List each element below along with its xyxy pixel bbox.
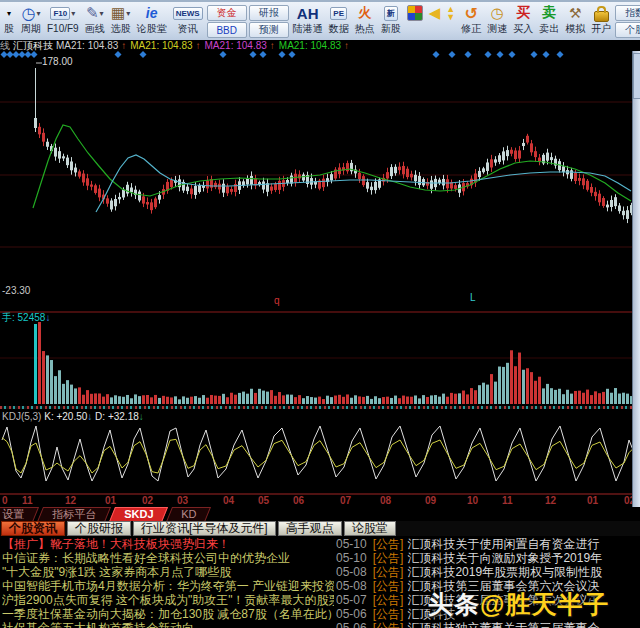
kline-chart[interactable] [0, 51, 640, 507]
candle-body [550, 157, 553, 160]
toolbar-button-热点[interactable]: 火热点 [352, 2, 378, 41]
toolbar-button-个股[interactable]: 个股 [615, 22, 640, 38]
volume-bar [74, 388, 77, 404]
candle-body [274, 184, 277, 190]
main-toolbar: ▾股◷▾周期F10▾F10/F9✎▾画线▦▾选股ie论股堂NEWS资讯资金BBD… [0, 0, 640, 43]
news-item[interactable]: 中国智能手机市场4月数据分析：华为终夺第一 产业链迎来投资机遇 [2, 579, 334, 593]
news-item[interactable]: 社保基金等五大机构首季持仓新动向 [2, 621, 334, 628]
candle-body [510, 150, 513, 154]
toolbar-button-BBD[interactable]: BBD [207, 22, 247, 38]
indicator-tab-设置[interactable]: 设置 [0, 507, 39, 522]
volume-bar [406, 397, 409, 404]
candle-body [502, 151, 505, 160]
volume-bar [130, 398, 133, 404]
toolbar-button-资讯[interactable]: NEWS资讯 [170, 2, 206, 41]
toolbar-button-陆港通[interactable]: AH陆港通 [290, 2, 326, 41]
info-tab-1[interactable]: 个股研报 [67, 521, 131, 536]
indicator-tab-指标平台[interactable]: 指标平台 [37, 507, 111, 522]
buy-icon: 买 [516, 3, 530, 23]
volume-bar [334, 396, 337, 404]
toolbar-button-论股堂[interactable]: ie论股堂 [134, 2, 170, 41]
toolbar-button-测速[interactable]: ◷测速 [484, 2, 510, 41]
toolbar-button-开户[interactable]: 开户 [588, 2, 614, 41]
candle-body [90, 185, 93, 187]
signal-diamond-icon [279, 51, 286, 58]
signal-diamond-icon [289, 51, 296, 58]
toolbar-button-grid[interactable] [404, 2, 426, 41]
toolbar-button-数据[interactable]: PE数据 [326, 2, 352, 41]
watermark-part1: 头条 [428, 590, 480, 618]
toolbar-button-back[interactable]: ◀ [426, 2, 444, 41]
news-item[interactable]: 沪指2900点失而复得 这个板块成为"助攻王"！贡献率最大的股票竟是它 [2, 593, 334, 607]
volume-bar [538, 377, 541, 404]
toolbar-button-研报[interactable]: 研报 [249, 5, 289, 21]
announcement-item[interactable]: 05-08[公告]汇顶科技2019年股票期权与限制性股 [336, 565, 640, 579]
fire-icon: 火 [358, 3, 371, 23]
candle-body [66, 158, 69, 166]
news-item[interactable]: 【推广】靴子落地！大科技板块强势归来！ [2, 537, 334, 551]
signal-diamond-icon [260, 51, 267, 58]
news-item[interactable]: 一季度社保基金动向大揭秘：加仓130股 减仓87股（名单在此） [2, 607, 334, 621]
toolbar-button-周期[interactable]: ◷▾周期 [18, 2, 44, 41]
volume-bar [182, 396, 185, 404]
candle-body [586, 181, 589, 190]
announcement-item[interactable]: 05-10[公告]汇顶科技关于向激励对象授予2019年 [336, 551, 640, 565]
candle-body [626, 210, 629, 219]
volume-bar [122, 397, 125, 404]
candle-body [578, 178, 581, 181]
announcement-item[interactable]: 05-06[公告]汇顶科技独立董事关于第三届董事会 [336, 621, 640, 628]
volume-bar [378, 398, 381, 404]
month-tick-0: 0 [2, 496, 8, 506]
candle-body [402, 166, 405, 174]
month-tick-12: 12 [545, 496, 556, 506]
signal-diamond-icon [250, 51, 257, 58]
news-item[interactable]: 中信证券：长期战略性看好全球科技公司中的优势企业 [2, 551, 334, 565]
toolbar-button-卖出[interactable]: 卖卖出 [536, 2, 562, 41]
indicator-tab-KD[interactable]: KD [166, 507, 211, 522]
ah-icon: AH [297, 3, 319, 23]
gavel-icon: ⚒ [569, 3, 582, 23]
announcement-item[interactable]: 05-10[公告]汇顶科技关于使用闲置自有资金进行 [336, 537, 640, 551]
news-item[interactable]: "十大金股"9涨1跌 这家券商本月点了哪些股 [2, 565, 334, 579]
toolbar-button-updown[interactable]: ▲▼ [443, 2, 458, 41]
volume-bar [210, 395, 213, 404]
candle-body [454, 185, 457, 189]
volume-bar [70, 385, 73, 404]
toolbar-button-预测[interactable]: 预测 [249, 22, 289, 38]
toolbar-button-partial[interactable]: ▾股 [0, 2, 18, 41]
chart-scrollbar[interactable] [632, 51, 640, 507]
volume-bar [290, 395, 293, 404]
info-tab-3[interactable]: 高手观点 [278, 521, 342, 536]
volume-bar [66, 380, 69, 404]
info-tab-2[interactable]: 行业资讯[半导体及元件] [133, 521, 276, 536]
toolbar-button-F10/F9[interactable]: F10▾F10/F9 [44, 2, 82, 41]
candle-body [150, 202, 153, 210]
toolbar-button-修正[interactable]: ↺修正 [458, 2, 484, 41]
toolbar-button-模拟[interactable]: ⚒模拟 [562, 2, 588, 41]
marker-l: L [470, 293, 476, 303]
toolbar-button-画线[interactable]: ✎▾画线 [82, 2, 108, 41]
volume-bar [374, 396, 377, 404]
candle-body [146, 202, 149, 204]
volume-bar [282, 395, 285, 404]
toolbar-button-选股[interactable]: ▦▾选股 [108, 2, 134, 41]
info-tab-0[interactable]: 个股资讯 [1, 521, 65, 536]
info-tab-4[interactable]: 论股堂 [344, 521, 396, 536]
volume-bar [110, 397, 113, 404]
signal-diamond-icon [485, 51, 492, 58]
volume-bar [394, 396, 397, 404]
toolbar-button-资金[interactable]: 资金 [207, 5, 247, 21]
chart-area[interactable]: 178.00 -23.30 手: 52458↓ q L KDJ(5,3) K: … [0, 51, 640, 507]
ma-arrow-icon: ↑ [270, 40, 275, 51]
toolbar-button-买入[interactable]: 买买入 [510, 2, 536, 41]
toolbar-button-指数[interactable]: 指数 [615, 5, 640, 21]
candle-body [614, 197, 617, 206]
volume-bar [186, 398, 189, 404]
scrollbar-thumb[interactable] [633, 53, 640, 99]
candle-body [518, 150, 521, 158]
volume-bar [162, 396, 165, 404]
candle-body [514, 151, 517, 159]
toolbar-button-新股[interactable]: 新新股 [378, 2, 404, 41]
indicator-tab-SKDJ[interactable]: SKDJ [109, 507, 168, 522]
volume-bar [98, 393, 101, 404]
